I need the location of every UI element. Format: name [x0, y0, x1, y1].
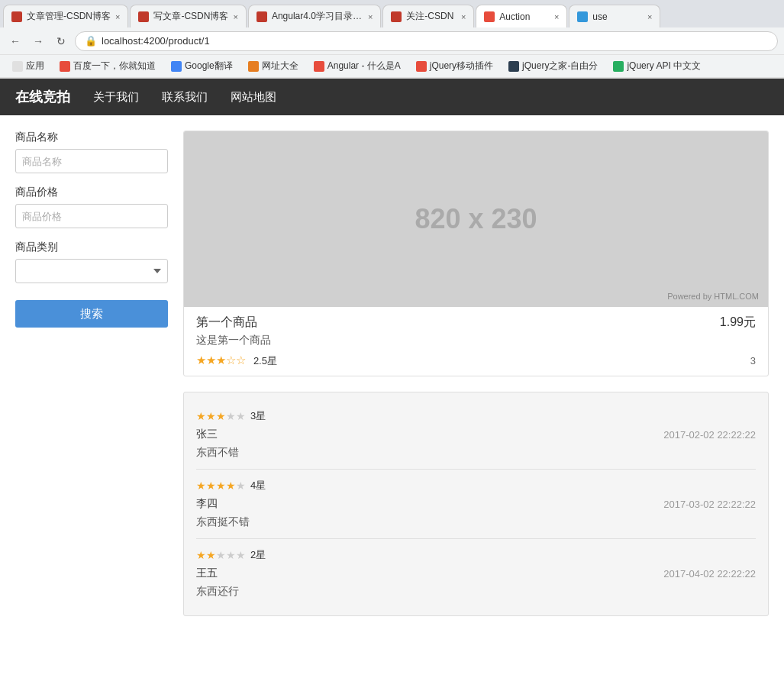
- review-date-2: 2017-04-02 22:22:22: [663, 568, 756, 580]
- name-field-group: 商品名称: [15, 131, 168, 173]
- price-label: 商品价格: [15, 186, 168, 199]
- review-meta-2: 王五 2017-04-02 22:22:22: [196, 567, 756, 580]
- bookmark-label-7: jQuery API 中文文: [627, 60, 701, 73]
- tab-close-4[interactable]: ×: [550, 12, 559, 21]
- tab-close-0[interactable]: ×: [111, 12, 120, 21]
- product-card: 820 x 230 Powered by HTML.COM 第一个商品 1.99…: [183, 131, 769, 376]
- review-content-2: 东西还行: [196, 585, 756, 599]
- address-bar: ← → ↻ 🔒 localhost:4200/product/1: [0, 27, 784, 55]
- product-rating-row: ★★★☆☆ 2.5星 3: [196, 354, 756, 368]
- review-item-1: ★★★★★ 4星 李四 2017-03-02 22:22:22 东西挺不错: [196, 470, 756, 539]
- forward-button[interactable]: →: [29, 32, 47, 50]
- reviewer-name-1: 李四: [196, 497, 218, 511]
- review-rating-label-1: 4星: [250, 479, 266, 492]
- nav-contact[interactable]: 联系我们: [162, 90, 208, 105]
- reviewer-name-2: 王五: [196, 567, 218, 580]
- product-name: 第一个商品: [196, 315, 257, 331]
- price-field-group: 商品价格: [15, 186, 168, 228]
- review-stars-0: ★★★★★: [196, 410, 246, 422]
- tab-0[interactable]: 文章管理-CSDN博客×: [3, 5, 128, 27]
- tab-bar: 文章管理-CSDN博客×写文章-CSDN博客×Angular4.0学习目录 - …: [0, 0, 784, 27]
- tab-close-2[interactable]: ×: [363, 12, 373, 21]
- product-rating-label: 2.5星: [253, 355, 277, 366]
- review-date-1: 2017-03-02 22:22:22: [663, 499, 756, 510]
- search-button[interactable]: 搜索: [15, 300, 168, 328]
- brand-link[interactable]: 在线竞拍: [15, 88, 70, 106]
- app-navbar: 在线竞拍 关于我们 联系我们 网站地图: [0, 79, 784, 115]
- review-meta-1: 李四 2017-03-02 22:22:22: [196, 497, 756, 511]
- category-label: 商品类别: [15, 241, 168, 254]
- tab-label-4: Auction: [499, 11, 530, 22]
- review-stars-1: ★★★★★: [196, 480, 246, 492]
- bookmark-label-5: jQuery移动插件: [430, 60, 493, 73]
- nav-sitemap[interactable]: 网站地图: [231, 90, 276, 105]
- tab-label-2: Angular4.0学习目录 - w: [272, 10, 363, 23]
- reviews-section: ★★★★★ 3星 张三 2017-02-02 22:22:22 东西不错 ★★★…: [183, 392, 769, 616]
- tab-label-0: 文章管理-CSDN博客: [27, 10, 111, 23]
- image-placeholder-text: 820 x 230: [415, 203, 537, 235]
- url-text: localhost:4200/product/1: [102, 35, 210, 47]
- url-bar: 🔒 localhost:4200/product/1: [75, 31, 778, 51]
- tab-5[interactable]: use×: [569, 5, 660, 27]
- back-button[interactable]: ←: [6, 32, 24, 50]
- product-review-count: 3: [750, 355, 756, 366]
- product-area: 820 x 230 Powered by HTML.COM 第一个商品 1.99…: [183, 131, 769, 616]
- review-content-0: 东西不错: [196, 446, 756, 460]
- bookmark-1[interactable]: 百度一下，你就知道: [53, 58, 162, 74]
- bookmark-label-1: 百度一下，你就知道: [73, 60, 156, 73]
- review-meta-0: 张三 2017-02-02 22:22:22: [196, 428, 756, 441]
- main-container: 商品名称 商品价格 商品类别 搜索 820 x 230 Powered by H…: [0, 115, 784, 631]
- review-rating-label-2: 2星: [250, 548, 266, 562]
- review-content-1: 东西挺不错: [196, 515, 756, 529]
- tab-3[interactable]: 关注-CSDN×: [382, 5, 474, 27]
- tab-label-1: 写文章-CSDN博客: [153, 10, 228, 23]
- lock-icon: 🔒: [85, 35, 97, 47]
- bookmark-3[interactable]: 网址大全: [242, 58, 305, 74]
- stars-filled: ★★: [196, 354, 216, 366]
- bookmark-label-0: 应用: [26, 60, 44, 73]
- sidebar: 商品名称 商品价格 商品类别 搜索: [15, 131, 168, 616]
- category-field-group: 商品类别: [15, 241, 168, 283]
- bookmark-0[interactable]: 应用: [6, 58, 50, 74]
- review-rating-row-0: ★★★★★ 3星: [196, 409, 756, 423]
- powered-by-text: Powered by HTML.COM: [667, 292, 759, 301]
- product-image: 820 x 230 Powered by HTML.COM: [184, 131, 768, 307]
- tab-label-3: 关注-CSDN: [406, 10, 453, 23]
- tab-close-1[interactable]: ×: [228, 12, 237, 21]
- product-stars: ★★★☆☆ 2.5星: [196, 354, 277, 368]
- review-rating-row-2: ★★★★★ 2星: [196, 548, 756, 562]
- bookmark-4[interactable]: Angular - 什么是A: [308, 58, 407, 74]
- nav-about[interactable]: 关于我们: [93, 90, 139, 105]
- bookmark-label-2: Google翻译: [185, 60, 233, 73]
- name-label: 商品名称: [15, 131, 168, 144]
- review-date-0: 2017-02-02 22:22:22: [663, 429, 756, 441]
- review-item-0: ★★★★★ 3星 张三 2017-02-02 22:22:22 东西不错: [196, 400, 756, 470]
- category-select[interactable]: [15, 259, 168, 283]
- tab-2[interactable]: Angular4.0学习目录 - w×: [248, 5, 381, 27]
- product-name-row: 第一个商品 1.99元: [196, 315, 756, 331]
- tab-close-3[interactable]: ×: [457, 12, 466, 21]
- tab-label-5: use: [592, 11, 607, 22]
- review-rating-label-0: 3星: [250, 409, 266, 423]
- bookmark-label-4: Angular - 什么是A: [327, 60, 401, 73]
- review-stars-2: ★★★★★: [196, 549, 246, 561]
- tab-1[interactable]: 写文章-CSDN博客×: [130, 5, 246, 27]
- reload-button[interactable]: ↻: [52, 32, 70, 50]
- review-rating-row-1: ★★★★★ 4星: [196, 479, 756, 492]
- review-item-2: ★★★★★ 2星 王五 2017-04-02 22:22:22 东西还行: [196, 539, 756, 608]
- tab-close-5[interactable]: ×: [643, 12, 652, 21]
- price-input[interactable]: [15, 204, 168, 228]
- reviewer-name-0: 张三: [196, 428, 218, 441]
- product-price: 1.99元: [720, 315, 756, 331]
- tab-4[interactable]: Auction×: [476, 5, 567, 27]
- browser-chrome: 文章管理-CSDN博客×写文章-CSDN博客×Angular4.0学习目录 - …: [0, 0, 784, 79]
- bookmark-label-6: jQuery之家-自由分: [522, 60, 598, 73]
- product-description: 这是第一个商品: [196, 334, 756, 347]
- bookmark-6[interactable]: jQuery之家-自由分: [502, 58, 604, 74]
- bookmark-5[interactable]: jQuery移动插件: [410, 58, 499, 74]
- stars-half: ★☆☆: [216, 354, 246, 366]
- bookmarks-bar: 应用百度一下，你就知道Google翻译网址大全Angular - 什么是AjQu…: [0, 55, 784, 78]
- bookmark-2[interactable]: Google翻译: [165, 58, 239, 74]
- name-input[interactable]: [15, 149, 168, 173]
- bookmark-7[interactable]: jQuery API 中文文: [607, 58, 707, 74]
